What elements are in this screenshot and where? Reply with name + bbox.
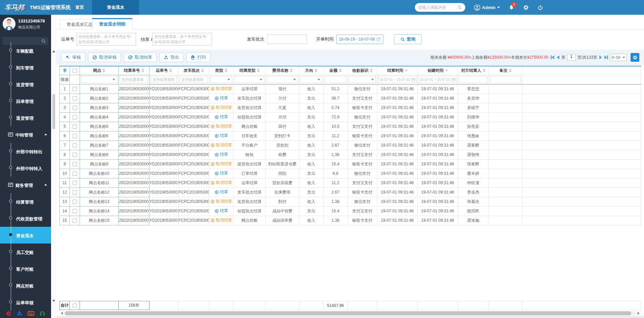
cancel-settle-action[interactable]: 取消结算	[211, 123, 232, 129]
scroll-right-arrow[interactable]	[636, 312, 641, 315]
cancel-audit-button[interactable]: 取消审核	[88, 53, 121, 62]
col-header-cb[interactable]	[70, 66, 80, 75]
col-header-方向[interactable]: 方向	[299, 66, 324, 75]
hscroll-track[interactable]	[64, 311, 636, 316]
settle-action[interactable]: 结算	[215, 152, 228, 157]
settle-action[interactable]: 结算	[215, 208, 228, 214]
date-range-input[interactable]: 18-06-19 - 18-07-08	[336, 35, 383, 44]
col-header-网点[interactable]: 网点	[80, 66, 119, 75]
col-header-结算单号[interactable]: 结算单号	[119, 66, 149, 75]
waybill-input[interactable]: 支持批量搜索，多个单号用逗号/加号/回车/空格分开	[76, 33, 136, 46]
row-checkbox[interactable]	[73, 143, 77, 148]
cancel-settle-button[interactable]: 取消结算	[124, 53, 157, 62]
row-checkbox[interactable]	[73, 218, 77, 223]
row-checkbox[interactable]	[73, 115, 77, 119]
settle-action[interactable]: 结算	[215, 95, 228, 101]
keyboard-icon[interactable]	[28, 311, 34, 316]
cancel-settle-action[interactable]: 取消结算	[211, 180, 232, 186]
scroll-down-arrow[interactable]	[52, 300, 55, 302]
filter-select-site[interactable]	[81, 76, 117, 83]
gear-icon[interactable]	[6, 311, 11, 316]
scroll-left-arrow[interactable]	[59, 312, 64, 315]
col-header-创建时间[interactable]: 创建时间	[418, 66, 458, 75]
nav-home-tab[interactable]: 首页	[75, 4, 84, 10]
sidebar-item-退货管理[interactable]: 退货管理	[0, 109, 51, 126]
sidebar-item-中转管理[interactable]: 中转管理	[0, 126, 51, 143]
sidebar-item-代收货款管理[interactable]: 代收货款管理	[0, 210, 51, 227]
sidebar-item-财务管理[interactable]: 财务管理	[0, 176, 51, 193]
settle-action[interactable]: 结算	[215, 189, 228, 195]
row-checkbox[interactable]	[73, 153, 77, 157]
headset-icon[interactable]	[39, 311, 45, 316]
sidebar-item-外部中转转入[interactable]: 外部中转转入	[0, 160, 51, 176]
print-button[interactable]: 打印	[186, 53, 210, 62]
sort-icon[interactable]	[509, 68, 512, 72]
row-checkbox[interactable]	[73, 171, 77, 176]
filter-select-settle_type[interactable]	[234, 76, 264, 83]
batch-input[interactable]	[267, 35, 307, 44]
filter-select-pay[interactable]	[349, 76, 376, 83]
export-button[interactable]: 导出	[159, 53, 183, 62]
row-checkbox[interactable]	[73, 134, 77, 138]
sidebar-item-车辆配载[interactable]: 车辆配载	[0, 42, 51, 59]
filter-select-direction[interactable]	[300, 76, 322, 83]
scroll-up-arrow[interactable]	[52, 50, 55, 52]
settings-button[interactable]	[523, 5, 529, 10]
audit-button[interactable]: 审核	[61, 53, 85, 62]
sidebar-item-网点对账[interactable]: 网点对账	[0, 277, 51, 294]
col-header-对方结算人[interactable]: 对方结算人	[458, 66, 489, 75]
sort-icon[interactable]	[370, 68, 373, 72]
prev-page-button[interactable]	[557, 55, 559, 59]
sort-icon[interactable]	[339, 68, 342, 72]
row-checkbox[interactable]	[73, 181, 77, 185]
col-header-发车批次[interactable]: 发车批次	[178, 66, 209, 75]
col-header-金额[interactable]: 金额	[324, 66, 348, 75]
sidebar-item-结算管理[interactable]: 结算管理	[0, 193, 51, 210]
sort-icon[interactable]	[483, 68, 485, 72]
next-page-button[interactable]	[599, 55, 602, 59]
sidebar-item-回单管理[interactable]: 回单管理	[0, 93, 51, 109]
col-header-收款标识[interactable]: 收款标识	[348, 66, 377, 75]
hscroll-thumb[interactable]	[65, 311, 631, 315]
row-checkbox[interactable]	[73, 124, 77, 129]
user-menu[interactable]: Admin	[474, 4, 500, 11]
col-header-结算时间[interactable]: 结算时间	[377, 66, 418, 75]
sort-icon[interactable]	[405, 70, 407, 71]
sidebar-item-运单审核[interactable]: 运单审核	[0, 294, 51, 311]
col-header-备注[interactable]: 备注	[489, 66, 522, 75]
notifications-button[interactable]: 8	[509, 5, 514, 10]
row-checkbox[interactable]	[73, 209, 77, 213]
col-header-类型[interactable]: 类型	[209, 66, 233, 75]
cancel-settle-action[interactable]: 取消结算	[211, 161, 232, 167]
cancel-settle-action[interactable]: 取消结算	[211, 217, 232, 223]
sidebar-item-资金流水[interactable]: 资金流水	[0, 227, 51, 244]
sidebar-item-外部中转转出[interactable]: 外部中转转出	[0, 143, 51, 160]
sidebar-item-到车管理[interactable]: 到车管理	[0, 59, 51, 76]
row-checkbox[interactable]	[73, 162, 77, 166]
sort-icon[interactable]	[141, 68, 144, 72]
filter-select-fee[interactable]	[267, 76, 298, 83]
select-all-checkbox[interactable]	[73, 68, 77, 73]
cancel-settle-action[interactable]: 取消结算	[211, 199, 232, 204]
sort-icon[interactable]	[102, 68, 105, 72]
sort-icon[interactable]	[201, 68, 204, 72]
row-checkbox[interactable]	[73, 106, 77, 110]
col-header-结算类型[interactable]: 结算类型	[233, 66, 266, 75]
col-header-运单号[interactable]: 运单号	[149, 66, 178, 75]
cancel-settle-action[interactable]: 取消结算	[211, 142, 232, 148]
filter-date-settle_time[interactable]: 19-07-01 ~ 19-07-31	[378, 76, 417, 83]
tab-flow-detail[interactable]: 资金流水明细	[92, 18, 132, 30]
col-header-费用名称[interactable]: 费用名称	[266, 66, 299, 75]
filter-input-remark[interactable]	[490, 76, 521, 83]
filter-input-jsd[interactable]: 支持批量搜索	[120, 76, 148, 83]
settle-action[interactable]: 结算	[215, 114, 228, 120]
download-icon[interactable]	[16, 310, 23, 316]
last-page-button[interactable]	[604, 55, 608, 59]
sort-icon[interactable]	[445, 70, 448, 71]
global-search-input[interactable]: 请输入搜索内容	[415, 3, 465, 12]
page-size-select[interactable]: 0~10	[610, 54, 627, 61]
nav-active-tab[interactable]: 资金流水	[92, 0, 139, 15]
row-checkbox[interactable]	[73, 190, 77, 195]
sort-icon[interactable]	[315, 68, 317, 72]
first-page-button[interactable]	[551, 55, 554, 59]
